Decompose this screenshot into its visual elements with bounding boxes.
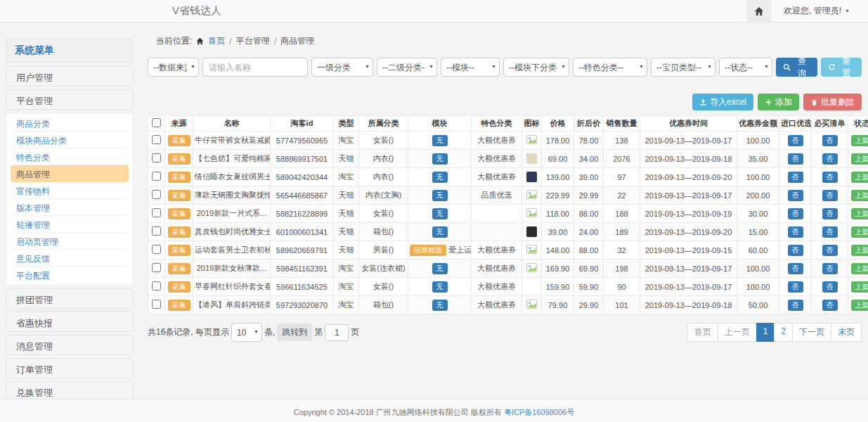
row-select-cell: [148, 260, 165, 278]
row-checkbox[interactable]: [152, 190, 161, 199]
import-excel-button[interactable]: 导入excel: [692, 94, 753, 110]
status-badge[interactable]: 上架: [851, 135, 868, 146]
must-buy-badge[interactable]: 否: [822, 153, 838, 165]
must-buy-badge[interactable]: 否: [822, 281, 838, 293]
product-icon-cell: [522, 132, 542, 150]
must-buy-badge[interactable]: 否: [822, 263, 838, 274]
filter-select-5[interactable]: --宝贝类型--: [651, 58, 715, 77]
import-preferred-badge[interactable]: 否: [788, 153, 803, 165]
import-preferred-badge[interactable]: 否: [788, 263, 803, 274]
status-badge[interactable]: 上架: [851, 172, 868, 183]
sidebar-subitem-6[interactable]: 宣传物料: [11, 182, 129, 199]
status-badge[interactable]: 上架: [851, 226, 868, 238]
row-checkbox[interactable]: [152, 153, 161, 162]
row-checkbox[interactable]: [152, 300, 161, 309]
sidebar-item-12[interactable]: 拼团管理: [6, 288, 134, 309]
select-all-checkbox[interactable]: [152, 118, 161, 127]
import-preferred-badge[interactable]: 否: [788, 190, 803, 201]
sidebar-subitem-8[interactable]: 轮播管理: [11, 216, 129, 233]
sidebar-subitem-7[interactable]: 版本管理: [11, 199, 129, 216]
home-button[interactable]: [747, 0, 771, 22]
jump-button[interactable]: 跳转到: [277, 324, 312, 341]
main-content: 当前位置: 首页 / 平台管理 / 商品管理 --数据来源-- ▼ 一级分类▼-…: [148, 32, 862, 342]
sidebar-item-0[interactable]: 用户管理: [6, 66, 134, 87]
row-checkbox[interactable]: [152, 208, 161, 217]
breadcrumb-home-link[interactable]: 首页: [208, 35, 225, 47]
sidebar-subitem-3[interactable]: 模块商品分类: [11, 132, 129, 148]
sidebar-item-14[interactable]: 消息管理: [6, 335, 134, 355]
data-source-select[interactable]: --数据来源--: [148, 58, 199, 77]
page-number-input[interactable]: [325, 324, 349, 341]
row-checkbox[interactable]: [152, 172, 161, 181]
plus-icon: [765, 98, 772, 106]
name-search-input[interactable]: [202, 58, 308, 77]
sidebar-subitem-9[interactable]: 启动页管理: [11, 233, 129, 250]
coupon-amount: 60.00: [737, 241, 779, 260]
sidebar-item-15[interactable]: 订单管理: [6, 358, 134, 378]
product-name: 情侣睡衣女夏丝绸男士...: [193, 168, 271, 186]
sales-count: 198: [604, 260, 640, 278]
row-checkbox[interactable]: [152, 226, 161, 236]
per-page-select[interactable]: 10: [231, 323, 262, 342]
must-buy-badge[interactable]: 否: [822, 300, 838, 311]
pager-button-4[interactable]: 下一页: [792, 323, 831, 342]
import-preferred-badge[interactable]: 否: [788, 172, 803, 183]
import-preferred-badge[interactable]: 否: [788, 208, 803, 219]
sales-count: 188: [604, 205, 640, 223]
reset-button[interactable]: 重置: [821, 58, 862, 77]
sidebar-item-13[interactable]: 省惠快报: [6, 312, 134, 332]
filter-select-6[interactable]: --状态--: [719, 58, 772, 77]
row-checkbox[interactable]: [152, 281, 161, 290]
filter-select-1[interactable]: --二级分类--: [377, 58, 437, 77]
sidebar-subitem-2[interactable]: 商品分类: [11, 115, 129, 132]
status-badge[interactable]: 上架: [851, 190, 868, 201]
must-buy-badge[interactable]: 否: [822, 208, 838, 219]
import-preferred-badge[interactable]: 否: [788, 300, 803, 311]
source-cell: 采集: [165, 132, 193, 150]
must-buy-badge[interactable]: 否: [822, 190, 838, 201]
icp-link[interactable]: 粤ICP备16098006号: [504, 408, 574, 416]
filter-select-0[interactable]: 一级分类: [311, 58, 373, 77]
row-checkbox[interactable]: [152, 135, 161, 144]
pager-button-3[interactable]: 2: [774, 323, 793, 342]
status-badge[interactable]: 上架: [851, 208, 868, 219]
status-badge[interactable]: 上架: [851, 245, 868, 256]
status-badge[interactable]: 上架: [851, 263, 868, 274]
filter-select-3[interactable]: --模块下分类--: [503, 58, 569, 77]
import-preferred-cell: 否: [779, 296, 812, 314]
import-preferred-badge[interactable]: 否: [788, 245, 803, 256]
sidebar-item-1[interactable]: 平台管理: [6, 89, 134, 110]
welcome-text: 欢迎您, 管理员!: [784, 5, 841, 17]
pager-button-2[interactable]: 1: [756, 323, 775, 342]
module-cell: 无: [408, 260, 472, 278]
import-preferred-badge[interactable]: 否: [788, 135, 803, 146]
pager-button-0[interactable]: 首页: [687, 323, 718, 342]
sidebar-subitem-11[interactable]: 平台配置: [11, 267, 129, 283]
pager-button-5[interactable]: 末页: [831, 323, 862, 342]
row-checkbox[interactable]: [152, 245, 161, 254]
pager-button-1[interactable]: 上一页: [718, 323, 757, 342]
must-buy-badge[interactable]: 否: [822, 245, 838, 256]
sidebar-subitem-5[interactable]: 商品管理: [11, 165, 129, 182]
sidebar-subitem-10[interactable]: 意见反馈: [11, 250, 129, 267]
filter-select-4[interactable]: --特色分类--: [573, 58, 647, 77]
taoke-id: 588869917501: [271, 150, 334, 168]
add-button[interactable]: 添加: [758, 94, 799, 110]
status-badge[interactable]: 上架: [851, 153, 868, 165]
must-buy-badge[interactable]: 否: [822, 226, 838, 238]
must-buy-badge[interactable]: 否: [822, 172, 838, 183]
import-preferred-badge[interactable]: 否: [788, 281, 803, 293]
module-cell: 品牌精选爱上运动: [408, 241, 472, 260]
search-button[interactable]: 查询: [776, 58, 817, 77]
user-menu[interactable]: 欢迎您, 管理员! ▼: [771, 5, 868, 17]
filter-select-2[interactable]: --模块--: [441, 58, 500, 77]
status-badge[interactable]: 上架: [851, 281, 868, 293]
import-preferred-badge[interactable]: 否: [788, 226, 803, 238]
row-select-cell: [148, 186, 165, 205]
batch-delete-button[interactable]: 批量删除: [803, 94, 862, 110]
status-badge[interactable]: 上架: [851, 300, 868, 311]
discount-price: 78.00: [574, 132, 604, 150]
sidebar-subitem-4[interactable]: 特色分类: [11, 148, 129, 165]
must-buy-badge[interactable]: 否: [822, 135, 838, 146]
row-checkbox[interactable]: [152, 263, 161, 272]
